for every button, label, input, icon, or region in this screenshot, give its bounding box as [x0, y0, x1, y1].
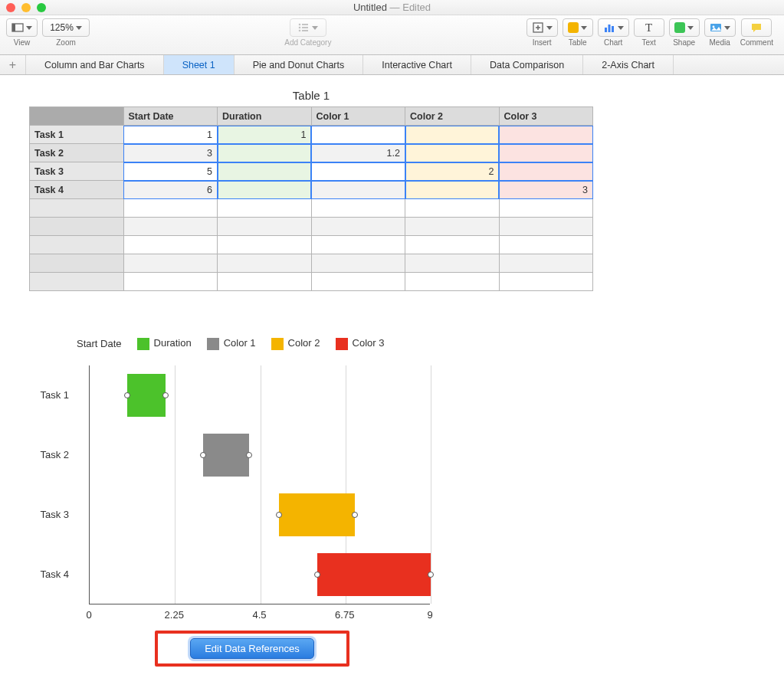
table-title[interactable]: Table 1: [29, 89, 593, 102]
edit-data-references-button[interactable]: Edit Data References: [190, 638, 314, 659]
table-corner-cell[interactable]: [30, 107, 124, 126]
sheet-tab[interactable]: Data Comparison: [471, 55, 583, 74]
table-cell[interactable]: 5: [123, 162, 218, 181]
row-header[interactable]: Task 2: [30, 144, 124, 162]
table-cell[interactable]: [405, 126, 500, 144]
chart-bar-handle[interactable]: [352, 512, 358, 518]
table-cell[interactable]: [123, 254, 218, 273]
table-cell[interactable]: [405, 218, 500, 236]
window-minimize-button[interactable]: [21, 3, 31, 12]
table-cell[interactable]: [499, 144, 593, 162]
chart-bar[interactable]: [317, 553, 431, 596]
column-header[interactable]: Start Date: [123, 107, 218, 126]
table-cell[interactable]: [311, 199, 405, 218]
table-cell[interactable]: [123, 218, 218, 236]
table-cell[interactable]: [218, 144, 312, 162]
view-button[interactable]: [6, 18, 38, 37]
row-header[interactable]: [30, 273, 124, 291]
data-table[interactable]: Start DateDurationColor 1Color 2Color 3 …: [29, 106, 593, 291]
table-cell[interactable]: [499, 254, 593, 273]
table-cell[interactable]: [311, 181, 405, 199]
row-header[interactable]: Task 4: [30, 181, 124, 199]
table-cell[interactable]: 3: [123, 144, 218, 162]
sheet-tab[interactable]: Interactive Chart: [363, 55, 471, 74]
chart[interactable]: Start DateDurationColor 1Color 2Color 3 …: [29, 337, 784, 667]
column-header[interactable]: Color 3: [499, 107, 593, 126]
chart-bar-handle[interactable]: [200, 452, 206, 458]
table-cell[interactable]: [123, 236, 218, 254]
table-cell[interactable]: [218, 218, 312, 236]
add-sheet-button[interactable]: +: [0, 55, 26, 74]
table-cell[interactable]: 1.2: [311, 144, 405, 162]
chart-bar[interactable]: [279, 493, 355, 536]
table-cell[interactable]: [123, 199, 218, 218]
table-button[interactable]: [563, 18, 593, 37]
text-button[interactable]: T: [634, 18, 664, 37]
chart-bar-handle[interactable]: [276, 512, 282, 518]
chart-bar-handle[interactable]: [428, 572, 434, 578]
table-cell[interactable]: [218, 162, 312, 181]
table-cell[interactable]: 1: [123, 126, 218, 144]
chart-plot-area[interactable]: [89, 365, 430, 604]
row-header[interactable]: [30, 218, 124, 236]
sheet-tab[interactable]: 2-Axis Chart: [583, 55, 674, 74]
table-cell[interactable]: [311, 218, 405, 236]
table-cell[interactable]: [405, 254, 500, 273]
table-cell[interactable]: [499, 199, 593, 218]
table-cell[interactable]: [499, 273, 593, 291]
chart-plot[interactable]: 02.254.56.759Task 1Task 2Task 3Task 4: [29, 365, 435, 626]
comment-button[interactable]: [741, 18, 772, 37]
chart-bar-handle[interactable]: [246, 452, 252, 458]
column-header[interactable]: Duration: [218, 107, 312, 126]
table-cell[interactable]: [311, 254, 405, 273]
table-cell[interactable]: [123, 273, 218, 291]
chart-bar-handle[interactable]: [162, 392, 169, 398]
column-header[interactable]: Color 1: [311, 107, 405, 126]
table-cell[interactable]: [499, 236, 593, 254]
table-cell[interactable]: [311, 162, 405, 181]
row-header[interactable]: [30, 199, 124, 218]
table-cell[interactable]: [499, 218, 593, 236]
table-cell[interactable]: [218, 236, 312, 254]
table-cell[interactable]: [218, 181, 312, 199]
table-cell[interactable]: [311, 236, 405, 254]
add-category-button[interactable]: [290, 18, 326, 37]
chart-bar-handle[interactable]: [314, 572, 320, 578]
table-cell[interactable]: [499, 162, 593, 181]
table-cell[interactable]: [405, 273, 500, 291]
table-cell[interactable]: 1: [218, 126, 312, 144]
table-cell[interactable]: [405, 144, 500, 162]
row-header[interactable]: Task 3: [30, 162, 124, 181]
table-cell[interactable]: [218, 273, 312, 291]
row-header[interactable]: [30, 236, 124, 254]
chart-bar[interactable]: [203, 434, 248, 477]
table-cell[interactable]: 6: [123, 181, 218, 199]
chart-bar-handle[interactable]: [124, 392, 130, 398]
shape-button[interactable]: [669, 18, 700, 37]
table-cell[interactable]: [405, 199, 500, 218]
row-header[interactable]: [30, 254, 124, 273]
sheet-tab[interactable]: Column and Bar Charts: [26, 55, 164, 74]
chart-bar[interactable]: [127, 374, 165, 417]
chart-button[interactable]: [598, 18, 629, 37]
table-cell[interactable]: [218, 199, 312, 218]
list-icon: [297, 21, 310, 34]
zoom-dropdown[interactable]: 125%: [42, 18, 90, 37]
sheet-tab[interactable]: Sheet 1: [164, 55, 235, 74]
table-cell[interactable]: [405, 181, 500, 199]
sheet-canvas[interactable]: Table 1 Start DateDurationColor 1Color 2…: [0, 75, 784, 688]
table-cell[interactable]: 3: [499, 181, 593, 199]
table-cell[interactable]: [499, 126, 593, 144]
table-cell[interactable]: 2: [405, 162, 500, 181]
window-close-button[interactable]: [6, 3, 15, 12]
table-cell[interactable]: [311, 273, 405, 291]
insert-button[interactable]: [526, 18, 558, 37]
media-button[interactable]: [704, 18, 736, 37]
sheet-tab[interactable]: Pie and Donut Charts: [235, 55, 364, 74]
table-cell[interactable]: [311, 126, 405, 144]
window-maximize-button[interactable]: [37, 3, 46, 12]
column-header[interactable]: Color 2: [405, 107, 500, 126]
row-header[interactable]: Task 1: [30, 126, 124, 144]
table-cell[interactable]: [218, 254, 312, 273]
table-cell[interactable]: [405, 236, 500, 254]
